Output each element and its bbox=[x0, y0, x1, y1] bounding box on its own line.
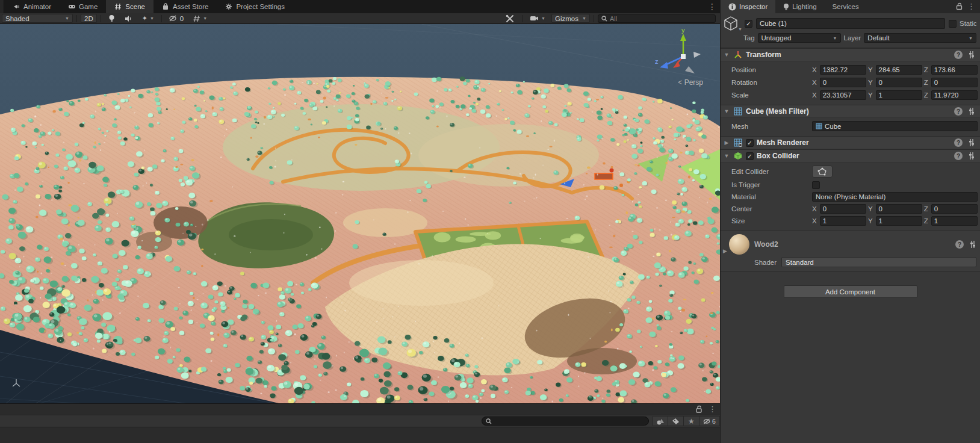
project-panel-kebab-icon[interactable]: ⋮ bbox=[709, 404, 716, 414]
help-icon[interactable]: ? bbox=[954, 107, 963, 116]
tools-icon bbox=[506, 14, 515, 23]
position-z-field[interactable]: 173.66 bbox=[931, 65, 978, 75]
search-by-type-button[interactable] bbox=[653, 416, 668, 426]
project-search-field[interactable] bbox=[482, 417, 649, 426]
scene-search-field[interactable] bbox=[598, 14, 716, 23]
scene-effects-toggle[interactable]: ✦ ▼ bbox=[138, 14, 158, 23]
tab-asset-store[interactable]: Asset Store bbox=[154, 0, 217, 13]
mesh-filter-header[interactable]: ▼ Cube (Mesh Filter) ? bbox=[721, 105, 980, 118]
physic-material-field[interactable]: None (Physic Material) bbox=[812, 192, 978, 202]
scene-camera-button[interactable]: ▼ bbox=[526, 14, 549, 23]
scene-visibility-toggle[interactable]: 0 bbox=[166, 14, 187, 23]
layer-label: Layer bbox=[844, 34, 861, 42]
animator-icon bbox=[13, 3, 20, 10]
gamepad-icon bbox=[68, 3, 75, 10]
scene-tools-button[interactable] bbox=[502, 14, 518, 23]
shapes-icon bbox=[656, 418, 665, 425]
inspector-kebab-icon[interactable]: ⋮ bbox=[967, 2, 975, 11]
unlock-icon[interactable] bbox=[695, 405, 702, 414]
tab-animator[interactable]: Animator bbox=[4, 0, 60, 13]
foldout-icon[interactable]: ▼ bbox=[723, 108, 730, 114]
size-x-field[interactable]: 1 bbox=[820, 216, 866, 226]
help-icon[interactable]: ? bbox=[954, 138, 963, 147]
add-component-button[interactable]: Add Component bbox=[784, 285, 917, 298]
toggle-2d-button[interactable]: 2D bbox=[81, 14, 97, 23]
shader-dropdown[interactable]: Standard bbox=[781, 257, 976, 267]
scene-audio-toggle[interactable] bbox=[121, 14, 136, 23]
foldout-icon[interactable]: ▼ bbox=[723, 153, 730, 159]
scene-viewport[interactable]: y z < Persp bbox=[0, 24, 720, 403]
unlock-icon[interactable] bbox=[956, 2, 963, 10]
mesh-renderer-checkbox[interactable]: ✓ bbox=[746, 139, 754, 147]
tab-inspector[interactable]: Inspector bbox=[721, 0, 775, 13]
tag-dropdown[interactable]: Untagged ▼ bbox=[758, 33, 841, 43]
foldout-icon[interactable]: ▼ bbox=[723, 52, 730, 58]
scene-grid-visibility[interactable]: ▼ bbox=[190, 14, 211, 23]
box-collider-checkbox[interactable]: ✓ bbox=[746, 152, 754, 160]
static-checkbox[interactable] bbox=[949, 20, 957, 28]
tab-project-settings[interactable]: Project Settings bbox=[217, 0, 293, 13]
scale-y-field[interactable]: 1 bbox=[876, 90, 922, 100]
mesh-renderer-header[interactable]: ▶ ✓ Mesh Renderer ? bbox=[721, 136, 980, 149]
size-y-field[interactable]: 1 bbox=[876, 216, 922, 226]
is-trigger-checkbox[interactable] bbox=[812, 181, 820, 189]
help-icon[interactable]: ? bbox=[954, 152, 963, 160]
position-row: Position X1382.72 Y284.65 Z173.66 bbox=[723, 63, 978, 76]
info-icon bbox=[728, 3, 736, 11]
layer-dropdown[interactable]: Default ▼ bbox=[864, 33, 976, 43]
presets-icon[interactable] bbox=[968, 107, 975, 116]
center-x-field[interactable]: 0 bbox=[820, 204, 866, 214]
presets-icon[interactable] bbox=[968, 138, 975, 147]
tab-lighting[interactable]: Lighting bbox=[775, 0, 824, 13]
gameobject-name-field[interactable]: Cube (1) bbox=[756, 18, 945, 29]
favorites-button[interactable]: ★ bbox=[684, 416, 699, 426]
rotation-x-field[interactable]: 0 bbox=[820, 78, 866, 87]
shading-mode-dropdown[interactable]: Shaded ▼ bbox=[2, 14, 73, 23]
project-panel-header: ⋮ bbox=[0, 403, 720, 415]
edit-collider-button[interactable] bbox=[812, 166, 833, 178]
active-checkbox[interactable]: ✓ bbox=[745, 20, 752, 28]
hidden-items-button[interactable]: 6 bbox=[699, 416, 720, 426]
gameobject-cube-icon[interactable]: ▼ bbox=[723, 16, 741, 31]
scene-lighting-toggle[interactable] bbox=[105, 14, 119, 23]
foldout-icon[interactable]: ▶ bbox=[723, 140, 730, 146]
help-icon[interactable]: ? bbox=[955, 240, 964, 249]
presets-icon[interactable] bbox=[969, 240, 976, 249]
scene-panel-kebab-icon[interactable]: ⋮ bbox=[708, 1, 716, 13]
tab-services[interactable]: Services bbox=[825, 0, 867, 13]
is-trigger-row: Is Trigger bbox=[723, 179, 978, 191]
rotation-z-field[interactable]: 0 bbox=[931, 78, 978, 87]
presets-icon[interactable] bbox=[968, 51, 975, 59]
position-x-field[interactable]: 1382.72 bbox=[820, 65, 866, 75]
box-collider-header[interactable]: ▼ ✓ Box Collider ? bbox=[721, 149, 980, 163]
scale-z-field[interactable]: 11.9720 bbox=[931, 90, 978, 100]
gizmo-z-label: z bbox=[655, 58, 659, 65]
tab-game[interactable]: Game bbox=[60, 0, 106, 13]
position-y-field[interactable]: 284.65 bbox=[876, 65, 922, 75]
chevron-down-icon: ▼ bbox=[969, 36, 973, 40]
project-search-input[interactable] bbox=[494, 418, 645, 425]
gizmos-dropdown[interactable]: Gizmos ▼ bbox=[551, 14, 590, 23]
scene-search-input[interactable] bbox=[610, 15, 706, 22]
center-z-field[interactable]: 0 bbox=[931, 204, 978, 214]
gizmo-y-cone bbox=[680, 34, 686, 41]
mesh-filter-body: Mesh Cube bbox=[721, 118, 980, 136]
transform-header[interactable]: ▼ Transform ? bbox=[721, 48, 980, 61]
visibility-count: 6 bbox=[712, 418, 716, 425]
material-preview-sphere[interactable] bbox=[729, 234, 749, 255]
bulb-icon bbox=[108, 14, 115, 22]
project-panel-body[interactable] bbox=[0, 427, 720, 443]
rotation-y-field[interactable]: 0 bbox=[876, 78, 922, 87]
scale-x-field[interactable]: 23.31057 bbox=[820, 90, 866, 100]
tab-scene[interactable]: Scene bbox=[106, 0, 154, 13]
search-by-label-button[interactable] bbox=[668, 416, 684, 426]
center-y-field[interactable]: 0 bbox=[876, 204, 922, 214]
size-z-field[interactable]: 1 bbox=[931, 216, 978, 226]
mesh-object-field[interactable]: Cube bbox=[812, 121, 978, 131]
project-panel-toolbar: ★ 6 bbox=[0, 415, 720, 427]
help-icon[interactable]: ? bbox=[954, 51, 963, 59]
presets-icon[interactable] bbox=[968, 152, 975, 160]
mesh-filter-icon bbox=[733, 107, 743, 116]
persp-label[interactable]: < Persp bbox=[678, 78, 703, 87]
foldout-icon[interactable]: ▶ bbox=[723, 248, 727, 254]
